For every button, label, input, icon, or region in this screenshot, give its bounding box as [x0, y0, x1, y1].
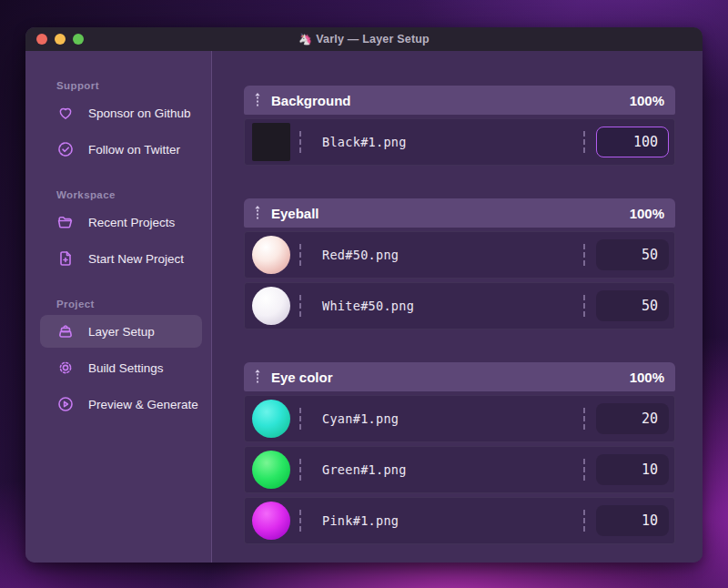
divider: [299, 295, 301, 317]
drag-handle-icon[interactable]: [253, 204, 262, 222]
divider: [583, 295, 585, 317]
drag-handle-icon[interactable]: [253, 368, 262, 386]
sidebar-item-label: Recent Projects: [88, 216, 175, 229]
layer-filename: Black#1.png: [322, 135, 407, 149]
titlebar: 🦄Varly — Layer Setup: [25, 27, 703, 51]
divider: [299, 131, 301, 153]
divider: [299, 244, 301, 266]
layer-filename: White#50.png: [322, 299, 414, 313]
layer-group-background: Background 100% Black#1.png: [244, 86, 675, 166]
file-plus-icon: [56, 249, 75, 268]
layer-filename: Green#1.png: [322, 462, 407, 477]
sidebar-item-layer-setup[interactable]: Layer Setup: [40, 315, 202, 348]
sidebar-item-label: Sponsor on Github: [88, 106, 191, 120]
group-header[interactable]: Background 100%: [244, 86, 675, 115]
layer-thumbnail: [252, 502, 290, 540]
sidebar-item-label: Layer Setup: [88, 325, 155, 339]
divider: [583, 510, 585, 532]
sidebar-item-start-new-project[interactable]: Start New Project: [40, 242, 202, 275]
divider: [299, 510, 301, 532]
layer-group-eye-color: Eye color 100% Cyan#1.png Green#1.png: [244, 362, 675, 544]
divider: [583, 244, 585, 266]
sidebar-item-label: Follow on Twitter: [88, 143, 180, 157]
group-header[interactable]: Eye color 100%: [244, 362, 675, 391]
section-label-workspace: Workspace: [56, 189, 211, 200]
badge-check-icon: [56, 140, 75, 158]
divider: [299, 459, 301, 481]
app-window: 🦄Varly — Layer Setup Support Sponsor on …: [25, 27, 703, 563]
group-name: Background: [271, 93, 351, 108]
group-weight: 100%: [630, 206, 664, 221]
group-name: Eye color: [271, 370, 333, 385]
layer-filename: Pink#1.png: [322, 513, 399, 528]
divider: [583, 131, 585, 153]
layer-row-red[interactable]: Red#50.png: [244, 231, 675, 279]
layer-row-black[interactable]: Black#1.png: [244, 118, 675, 166]
heart-icon: [56, 104, 75, 122]
layer-value-input[interactable]: [596, 290, 669, 321]
group-name: Eyeball: [271, 206, 319, 221]
layer-row-green[interactable]: Green#1.png: [244, 446, 675, 493]
unicorn-app-icon: 🦄: [298, 33, 312, 46]
layer-thumbnail: [252, 287, 290, 325]
layer-value-input[interactable]: [596, 454, 669, 485]
divider: [583, 408, 585, 430]
group-weight: 100%: [630, 370, 664, 385]
sidebar-item-follow-on-twitter[interactable]: Follow on Twitter: [40, 133, 202, 166]
layer-value-input[interactable]: [596, 127, 669, 157]
folder-open-icon: [56, 213, 75, 231]
divider: [299, 408, 301, 430]
layers-icon: [56, 322, 75, 340]
layer-row-white[interactable]: White#50.png: [244, 282, 675, 329]
sidebar-item-preview-generate[interactable]: Preview & Generate: [40, 388, 202, 421]
layer-thumbnail: [252, 236, 290, 274]
sidebar: Support Sponsor on Github Follow on Twit…: [25, 51, 212, 563]
layer-thumbnail: [252, 400, 290, 438]
group-weight: 100%: [630, 93, 664, 108]
layer-row-cyan[interactable]: Cyan#1.png: [244, 395, 675, 442]
play-circle-icon: [56, 395, 75, 413]
gear-icon: [56, 359, 75, 377]
divider: [583, 459, 585, 481]
sidebar-item-label: Preview & Generate: [88, 398, 198, 411]
layer-filename: Cyan#1.png: [322, 411, 399, 426]
layer-setup-panel: Background 100% Black#1.png: [212, 51, 703, 563]
layer-filename: Red#50.png: [322, 248, 399, 262]
layer-value-input[interactable]: [596, 403, 669, 434]
group-header[interactable]: Eyeball 100%: [244, 198, 675, 228]
layer-thumbnail: [252, 123, 290, 161]
section-label-project: Project: [56, 299, 211, 309]
sidebar-item-label: Build Settings: [88, 361, 164, 375]
window-title: 🦄Varly — Layer Setup: [25, 33, 703, 46]
sidebar-item-sponsor-on-github[interactable]: Sponsor on Github: [40, 96, 202, 129]
sidebar-item-label: Start New Project: [88, 252, 184, 266]
layer-value-input[interactable]: [596, 239, 669, 270]
layer-thumbnail: [252, 451, 290, 489]
drag-handle-icon[interactable]: [253, 91, 262, 109]
layer-group-eyeball: Eyeball 100% Red#50.png White#50.png: [244, 198, 675, 329]
sidebar-item-recent-projects[interactable]: Recent Projects: [40, 206, 202, 238]
layer-row-pink[interactable]: Pink#1.png: [244, 497, 675, 544]
section-label-support: Support: [56, 80, 211, 91]
layer-value-input[interactable]: [596, 505, 669, 536]
sidebar-item-build-settings[interactable]: Build Settings: [40, 351, 202, 384]
